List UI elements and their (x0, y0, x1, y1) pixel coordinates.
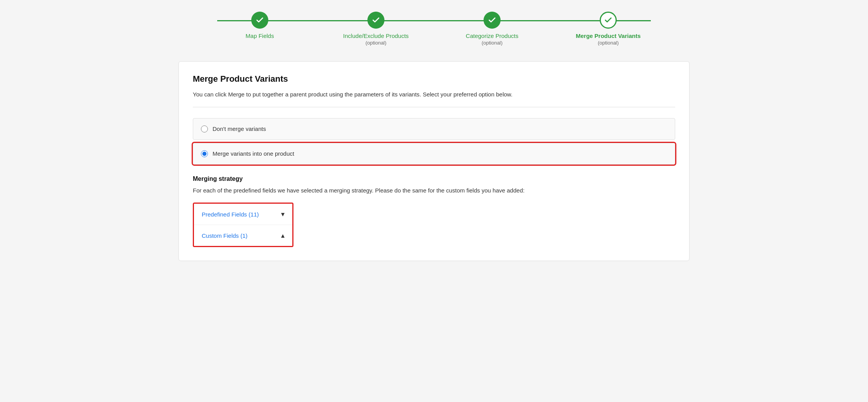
check-icon-4 (604, 16, 612, 24)
predefined-fields-chevron: ▾ (281, 210, 285, 218)
check-icon-2 (372, 16, 380, 24)
step-4-circle (600, 12, 617, 29)
predefined-fields-row[interactable]: Predefined Fields (11) ▾ (194, 204, 292, 225)
card-divider (193, 107, 675, 107)
step-3-circle (484, 12, 501, 29)
dont-merge-label: Don't merge variants (213, 125, 266, 132)
predefined-fields-label: Predefined Fields (11) (202, 211, 259, 218)
merging-strategy-description: For each of the predefined fields we hav… (193, 186, 675, 195)
step-merge-variants: Merge Product Variants (optional) (550, 12, 666, 46)
dont-merge-radio[interactable] (201, 125, 208, 132)
step-include-exclude: Include/Exclude Products (optional) (318, 12, 434, 46)
merge-into-one-radio[interactable] (201, 150, 208, 157)
step-1-circle (251, 12, 268, 29)
merge-into-one-label: Merge variants into one product (213, 150, 294, 157)
custom-fields-label: Custom Fields (1) (202, 232, 247, 239)
step-4-sublabel: (optional) (598, 40, 619, 46)
check-icon-1 (256, 16, 264, 24)
step-2-circle (367, 12, 384, 29)
main-card: Merge Product Variants You can click Mer… (178, 61, 690, 261)
fields-container: Predefined Fields (11) ▾ Custom Fields (… (193, 203, 293, 247)
step-categorize: Categorize Products (optional) (434, 12, 550, 46)
step-1-label: Map Fields (245, 33, 274, 39)
step-map-fields: Map Fields (202, 12, 318, 39)
card-description: You can click Merge to put together a pa… (193, 90, 675, 99)
stepper: Map Fields Include/Exclude Products (opt… (178, 12, 690, 46)
step-3-sublabel: (optional) (482, 40, 503, 46)
custom-fields-row[interactable]: Custom Fields (1) ▴ (194, 225, 292, 246)
dont-merge-option[interactable]: Don't merge variants (193, 118, 675, 140)
step-2-sublabel: (optional) (365, 40, 386, 46)
step-3-label: Categorize Products (466, 33, 518, 39)
step-2-label: Include/Exclude Products (343, 33, 408, 39)
card-title: Merge Product Variants (193, 74, 675, 84)
page-wrapper: Map Fields Include/Exclude Products (opt… (163, 0, 705, 273)
check-icon-3 (488, 16, 496, 24)
custom-fields-chevron: ▴ (281, 231, 285, 240)
merging-strategy-title: Merging strategy (193, 175, 675, 182)
merge-into-one-option[interactable]: Merge variants into one product (193, 143, 675, 165)
step-4-label: Merge Product Variants (576, 33, 641, 39)
